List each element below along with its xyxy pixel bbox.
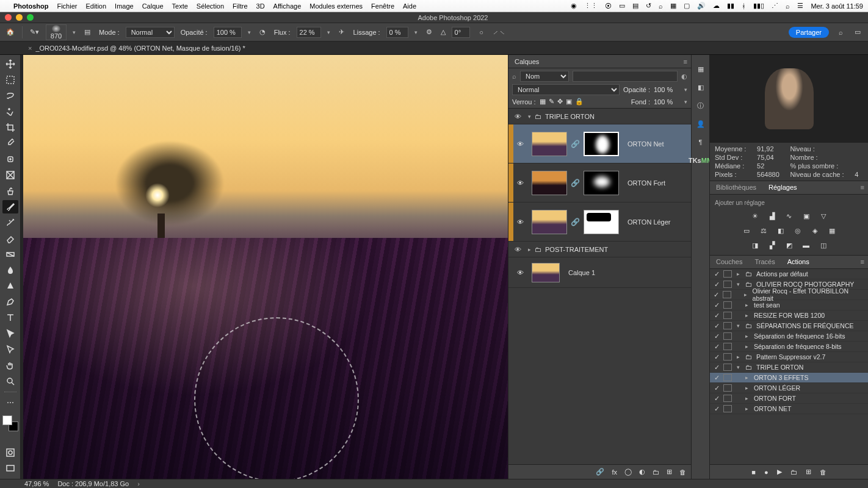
hue-icon[interactable]: ▭ — [741, 226, 752, 235]
disclosure-icon[interactable]: ▸ — [745, 333, 751, 339]
dialog-toggle-icon[interactable] — [723, 384, 732, 392]
visibility-icon[interactable]: 👁 — [513, 269, 527, 276]
record-icon[interactable]: ● — [764, 468, 769, 476]
doc-size[interactable]: Doc : 206,9 Mo/1,83 Go — [57, 480, 129, 487]
spotlight-icon[interactable]: ⌕ — [786, 2, 790, 10]
action-row[interactable]: ✓▾🗀TRIPLE ORTON — [710, 362, 868, 373]
toggle-check-icon[interactable]: ✓ — [712, 322, 721, 330]
gradient-map-icon[interactable]: ▬ — [801, 240, 812, 250]
display-icon[interactable]: ▢ — [684, 2, 690, 10]
bluetooth-icon[interactable]: ᚼ — [742, 2, 746, 10]
search-icon[interactable]: ⌕ — [835, 27, 846, 38]
status-arrow-icon[interactable]: › — [137, 480, 140, 487]
layer-mask-thumbnail[interactable] — [584, 210, 619, 234]
disclosure-icon[interactable]: ▸ — [744, 292, 750, 298]
smoothing-options-icon[interactable]: ⚙ — [424, 27, 435, 38]
zoom-tool[interactable] — [2, 375, 18, 388]
clipboard-icon[interactable]: ▤ — [632, 2, 638, 10]
toggle-check-icon[interactable]: ✓ — [712, 384, 721, 392]
eraser-tool[interactable] — [2, 232, 18, 245]
lock-paint-icon[interactable]: ✎ — [549, 98, 554, 106]
new-set-icon[interactable]: 🗀 — [790, 468, 797, 476]
opacity-field[interactable]: 100 % — [214, 27, 242, 38]
brush-panel-icon[interactable]: ▤ — [82, 27, 93, 38]
disclosure-icon[interactable]: ▸ — [745, 385, 751, 391]
panel-menu-icon[interactable]: ≡ — [857, 181, 868, 194]
menu-aide[interactable]: Aide — [403, 2, 416, 10]
channel-mixer-icon[interactable]: ◈ — [809, 226, 820, 235]
dialog-toggle-icon[interactable] — [723, 353, 732, 361]
dialog-toggle-icon[interactable] — [723, 322, 732, 329]
tab-reglages[interactable]: Réglages — [762, 181, 803, 194]
disclosure-icon[interactable]: ▸ — [745, 395, 751, 401]
color-swatches[interactable] — [2, 415, 18, 431]
brightness-icon[interactable]: ☀ — [750, 211, 761, 221]
layer-fx-icon[interactable]: fx — [612, 468, 617, 476]
dialog-toggle-icon[interactable] — [723, 312, 732, 319]
fg-color-swatch[interactable] — [2, 415, 12, 425]
menu-filtre[interactable]: Filtre — [233, 2, 247, 10]
binoculars-icon[interactable]: ⌕ — [659, 2, 663, 10]
panel-menu-icon[interactable]: ≡ — [857, 256, 868, 268]
layer-group-post-traitement[interactable]: 👁 ▸ 🗀 POST-TRAITEMENT — [508, 242, 691, 257]
share-button[interactable]: Partager — [789, 27, 829, 38]
new-action-icon[interactable]: ⊞ — [806, 468, 811, 476]
layer-mask-thumbnail[interactable] — [584, 132, 619, 156]
cloud-icon[interactable]: ☁ — [713, 2, 720, 10]
close-tab-icon[interactable]: × — [28, 45, 32, 52]
tab-actions[interactable]: Actions — [781, 256, 816, 268]
move-tool[interactable] — [2, 57, 18, 71]
action-row[interactable]: ✓▸Séparation de fréquence 16-bits — [710, 331, 868, 342]
flux-field[interactable]: 22 % — [297, 27, 321, 38]
dodge-tool[interactable] — [2, 279, 18, 293]
eyedropper-tool[interactable] — [2, 137, 18, 150]
disclosure-icon[interactable]: ▾ — [737, 281, 743, 287]
adjustment-layer-icon[interactable]: ◐ — [639, 468, 645, 476]
dialog-toggle-icon[interactable] — [723, 291, 731, 298]
link-icon[interactable]: 🔗 — [571, 140, 580, 148]
layer-orton-fort[interactable]: 👁 🔗 ORTON Fort — [508, 163, 691, 203]
screen-icon[interactable]: ▭ — [619, 2, 625, 10]
record-icon[interactable]: ⦿ — [605, 2, 612, 10]
layer-thumbnail[interactable] — [532, 171, 567, 195]
blur-tool[interactable] — [2, 264, 18, 277]
shape-tool[interactable] — [2, 343, 18, 356]
toggle-check-icon[interactable]: ✓ — [712, 405, 721, 413]
layer-calque-1[interactable]: 👁 Calque 1 — [508, 257, 691, 288]
menu-image[interactable]: Image — [115, 2, 134, 10]
action-row[interactable]: ✓▸ORTON LÉGER — [710, 383, 868, 393]
minimize-window-button[interactable] — [16, 14, 23, 21]
toggle-check-icon[interactable]: ✓ — [712, 291, 720, 299]
screen-mode-icon[interactable] — [2, 462, 18, 475]
character-panel-icon[interactable]: 👤 — [695, 118, 706, 129]
menu-texte[interactable]: Texte — [172, 2, 188, 10]
vibrance-icon[interactable]: ▽ — [818, 211, 829, 221]
filter-toggle-icon[interactable]: ◐ — [681, 73, 687, 81]
fullscreen-window-button[interactable] — [27, 14, 34, 21]
photo-filter-icon[interactable]: ◎ — [792, 226, 803, 235]
lut-icon[interactable]: ▦ — [826, 226, 837, 235]
disclosure-icon[interactable]: ▸ — [745, 375, 751, 381]
layer-orton-leger[interactable]: 👁 🔗 ORTON Léger — [508, 203, 691, 242]
marquee-tool[interactable] — [2, 73, 18, 87]
delete-layer-icon[interactable]: 🗑 — [679, 468, 686, 476]
layer-filter-input[interactable] — [573, 71, 678, 82]
pen-tool[interactable] — [2, 295, 18, 309]
pressure-size-icon[interactable]: ○ — [476, 27, 487, 38]
lock-artboard-icon[interactable]: ▣ — [566, 98, 572, 106]
action-row[interactable]: ✓▾🗀SÉPARATIONS DE FRÉQUENCE — [710, 321, 868, 331]
toggle-check-icon[interactable]: ✓ — [712, 374, 721, 382]
disclosure-icon[interactable]: ▸ — [745, 302, 751, 308]
tool-preset-icon[interactable]: ✎▾ — [29, 27, 40, 38]
toggle-check-icon[interactable]: ✓ — [712, 353, 721, 361]
toggle-check-icon[interactable]: ✓ — [712, 301, 721, 309]
color-panel-icon[interactable]: ▦ — [695, 63, 706, 74]
layer-group-triple-orton[interactable]: 👁 ▾ 🗀 TRIPLE ORTON — [508, 109, 691, 124]
close-window-button[interactable] — [5, 14, 12, 21]
dialog-toggle-icon[interactable] — [723, 395, 732, 402]
text-tool[interactable] — [2, 311, 18, 325]
dropbox-icon[interactable]: ⋮⋮ — [584, 2, 598, 10]
fill-field[interactable]: 100 % — [654, 98, 681, 106]
visibility-icon[interactable]: 👁 — [511, 246, 524, 253]
layer-thumbnail[interactable] — [532, 132, 567, 156]
